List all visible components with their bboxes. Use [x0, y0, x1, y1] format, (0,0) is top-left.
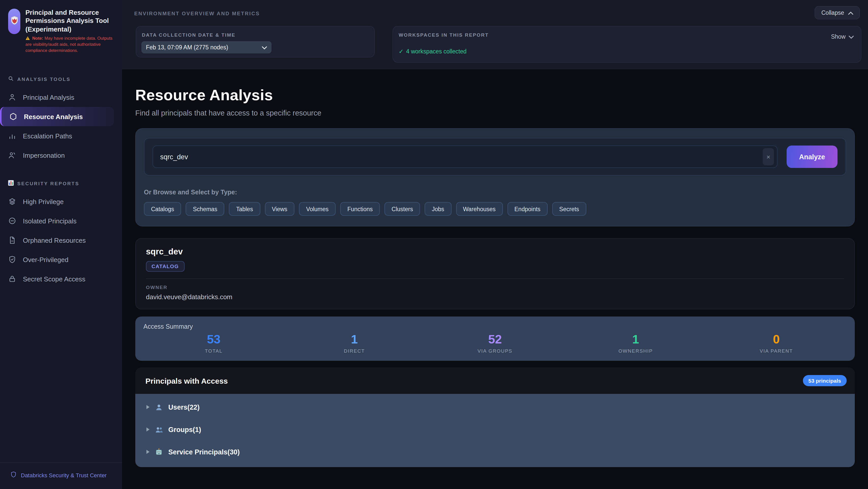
main-area: Environment Overview and Metrics Collaps…: [122, 0, 868, 489]
sidebar-item-escalation-paths[interactable]: Escalation Paths: [0, 126, 122, 146]
chevron-down-icon: [262, 44, 267, 50]
resource-search-input[interactable]: [153, 146, 777, 168]
expand-arrow-icon[interactable]: [147, 405, 150, 409]
analyze-button[interactable]: Analyze: [787, 146, 837, 168]
analysis-tools-nav: Principal Analysis Resource Analysis Esc…: [0, 88, 122, 165]
type-chip-tables[interactable]: Tables: [229, 202, 260, 216]
owner-value: david.veuve@databricks.com: [146, 293, 844, 301]
page-title: Resource Analysis: [135, 87, 855, 104]
search-row: × Analyze: [144, 138, 846, 176]
type-chips: Catalogs Schemas Tables Views Volumes Fu…: [144, 202, 846, 216]
expand-arrow-icon[interactable]: [147, 450, 150, 454]
app-window: Principal and Resource Permissions Analy…: [0, 0, 868, 489]
divider: [146, 278, 844, 279]
search-panel: × Analyze Or Browse and Select by Type: …: [135, 128, 855, 226]
chevron-down-icon: [849, 34, 854, 40]
sidebar-item-high-privilege[interactable]: High Privilege: [0, 192, 122, 211]
resource-detail-card: sqrc_dev CATALOG Owner david.veuve@datab…: [135, 238, 855, 309]
workspaces-label: Workspaces in this Report: [399, 32, 489, 38]
trust-center-label: Databricks Security & Trust Center: [21, 472, 106, 478]
sidebar: Principal and Resource Permissions Analy…: [0, 0, 122, 489]
stat-total: 53 Total: [144, 332, 284, 354]
browse-by-type-label: Or Browse and Select by Type:: [144, 189, 846, 196]
top-bar: Environment Overview and Metrics Collaps…: [122, 0, 868, 69]
stat-via-parent: 0 Via Parent: [706, 332, 847, 354]
shield-icon: [10, 16, 18, 27]
data-collection-label: Data Collection Date & Time: [142, 32, 236, 38]
section-security-reports: Security Reports: [0, 180, 122, 187]
environment-overview-label: Environment Overview and Metrics: [134, 11, 260, 16]
access-summary-stats: 53 Total 1 Direct 52 Via Groups 1 Owners…: [144, 332, 847, 354]
people-icon: [8, 151, 17, 159]
clear-search-button[interactable]: ×: [763, 148, 774, 165]
brand: Principal and Resource Permissions Analy…: [0, 0, 122, 53]
user-bust-icon: [155, 403, 163, 411]
type-chip-warehouses[interactable]: Warehouses: [456, 202, 503, 216]
note-prefix: Note:: [32, 36, 43, 41]
trust-center-link[interactable]: Databricks Security & Trust Center: [0, 463, 122, 489]
search-box: ×: [153, 146, 777, 168]
app-title: Principal and Resource Permissions Analy…: [25, 9, 115, 34]
type-chip-views[interactable]: Views: [265, 202, 294, 216]
access-summary-title: Access Summary: [144, 323, 847, 330]
stat-ownership: 1 Ownership: [565, 332, 706, 354]
principals-header: Principals with Access 53 principals: [135, 367, 855, 394]
file-icon: [8, 236, 17, 244]
type-chip-functions[interactable]: Functions: [340, 202, 380, 216]
group-busts-icon: [155, 426, 163, 433]
resource-name: sqrc_dev: [146, 247, 844, 256]
lock-icon: [8, 275, 17, 283]
sidebar-item-impersonation[interactable]: Impersonation: [0, 146, 122, 165]
magnifier-icon: [8, 76, 14, 82]
chevron-up-icon: [848, 10, 853, 16]
layers-icon: [8, 197, 17, 206]
chart-emoji-icon: [8, 180, 14, 187]
type-chip-catalogs[interactable]: Catalogs: [144, 202, 181, 216]
security-reports-nav: High Privilege Isolated Principals Orpha…: [0, 192, 122, 289]
collapse-button[interactable]: Collapse: [815, 6, 860, 19]
warning-icon: [25, 36, 31, 41]
robot-icon: [155, 448, 163, 456]
hexagon-icon: [9, 112, 18, 121]
principals-title: Principals with Access: [146, 376, 228, 385]
circle-minus-icon: [8, 217, 17, 225]
sidebar-item-secret-scope-access[interactable]: Secret Scope Access: [0, 269, 122, 289]
sidebar-item-resource-analysis[interactable]: Resource Analysis: [0, 107, 114, 126]
sidebar-item-over-privileged[interactable]: Over-Privileged: [0, 250, 122, 269]
principals-tree: Users(22) Groups(1) Service Principals(3…: [135, 394, 855, 467]
check-icon: ✓: [399, 48, 403, 54]
sidebar-item-isolated-principals[interactable]: Isolated Principals: [0, 211, 122, 231]
section-analysis-tools: Analysis Tools: [0, 76, 122, 82]
app-logo: [8, 9, 20, 34]
tree-group-service-principals[interactable]: Service Principals(30): [135, 441, 855, 463]
stat-direct: 1 Direct: [284, 332, 425, 354]
stat-via-groups: 52 Via Groups: [425, 332, 565, 354]
owner-label: Owner: [146, 284, 844, 290]
type-chip-schemas[interactable]: Schemas: [186, 202, 224, 216]
shield-outline-icon: [10, 471, 17, 479]
content-area: Resource Analysis Find all principals th…: [122, 87, 868, 467]
shield-check-icon: [8, 255, 17, 264]
sidebar-item-orphaned-resources[interactable]: Orphaned Resources: [0, 231, 122, 250]
page-subtitle: Find all principals that have access to …: [135, 109, 855, 117]
bar-chart-icon: [8, 132, 17, 140]
tree-group-groups[interactable]: Groups(1): [135, 418, 855, 441]
collection-datetime-select[interactable]: Feb 13, 07:09 AM (2775 nodes): [142, 41, 272, 53]
type-chip-secrets[interactable]: Secrets: [552, 202, 586, 216]
brand-text: Principal and Resource Permissions Analy…: [25, 9, 115, 53]
type-chip-volumes[interactable]: Volumes: [299, 202, 336, 216]
sidebar-item-principal-analysis[interactable]: Principal Analysis: [0, 88, 122, 107]
workspaces-card: Workspaces in this Report Show ✓4 worksp…: [393, 26, 861, 63]
type-chip-jobs[interactable]: Jobs: [425, 202, 451, 216]
workspaces-status: ✓4 workspaces collected: [399, 48, 467, 55]
type-chip-endpoints[interactable]: Endpoints: [507, 202, 548, 216]
access-summary-card: Access Summary 53 Total 1 Direct 52 Via …: [135, 317, 855, 361]
app-warning-note: Note: May have incomplete data. Outputs …: [25, 36, 115, 54]
tree-group-users[interactable]: Users(22): [135, 396, 855, 418]
resource-type-badge: CATALOG: [146, 261, 184, 272]
type-chip-clusters[interactable]: Clusters: [384, 202, 420, 216]
principals-count-badge: 53 principals: [803, 375, 847, 386]
workspaces-show-toggle[interactable]: Show: [831, 34, 854, 40]
data-collection-card: Data Collection Date & Time Feb 13, 07:0…: [136, 26, 375, 57]
expand-arrow-icon[interactable]: [147, 427, 150, 432]
